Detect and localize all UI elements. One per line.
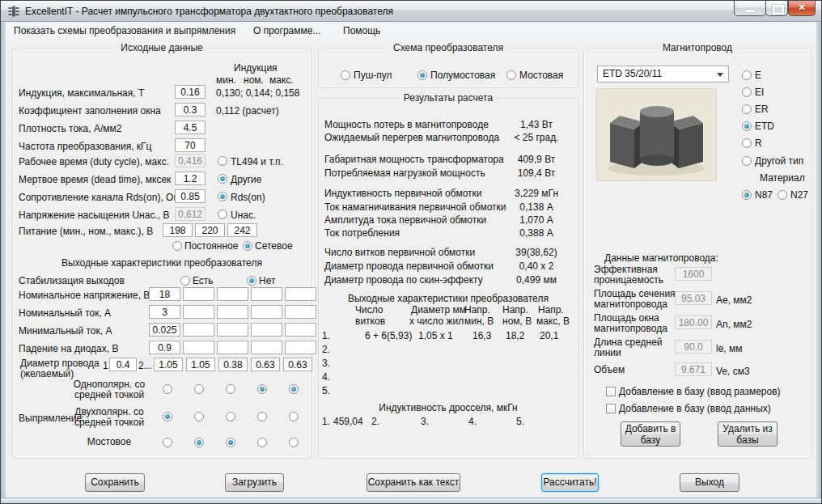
maximize-button[interactable] (765, 1, 788, 16)
diode-drop-field-2[interactable] (183, 341, 214, 354)
rect-unipolar-radio-1[interactable] (163, 384, 172, 394)
core-type-other-radio[interactable] (742, 156, 752, 166)
exit-button[interactable]: Выход (680, 473, 739, 492)
wire-diameter-field-1[interactable] (154, 358, 183, 371)
wire-diameter-field-0[interactable] (109, 358, 137, 371)
fill-factor-field[interactable] (175, 103, 206, 116)
rect-bridge-radio-3[interactable] (226, 438, 235, 447)
frequency-field[interactable] (175, 138, 206, 152)
rect-bridge-radio-4[interactable] (257, 438, 267, 447)
unas-radio[interactable] (218, 210, 227, 219)
nominal-voltage-field-5[interactable] (285, 287, 316, 301)
material-n87-label[interactable]: N87 (755, 189, 773, 201)
core-type-ei-label[interactable]: EI (755, 87, 764, 98)
calculate-button[interactable]: Рассчитать! (541, 473, 599, 492)
close-button[interactable]: ✕ (788, 1, 816, 16)
core-type-e-radio[interactable] (742, 70, 752, 80)
stab-yes-radio-label[interactable]: Есть (193, 275, 214, 286)
minimal-current-field-4[interactable] (251, 323, 282, 337)
tl494-radio[interactable] (218, 156, 227, 166)
half-bridge-radio[interactable] (417, 70, 427, 80)
menu-about[interactable]: О программе... (253, 25, 320, 36)
stab-yes-radio[interactable] (180, 276, 190, 286)
rect-bipolar-radio-4[interactable] (257, 412, 267, 421)
add-sizes-checkbox[interactable] (606, 387, 616, 396)
core-type-ei-radio[interactable] (742, 87, 752, 97)
core-type-r-label[interactable]: R (755, 138, 762, 149)
menu-help[interactable]: Помощь (343, 25, 380, 36)
rds-on-field[interactable] (175, 189, 206, 203)
other-drivers-radio-label[interactable]: Другие (231, 174, 261, 185)
diode-drop-field-3[interactable] (217, 341, 248, 354)
wire-diameter-field-3[interactable] (218, 358, 248, 371)
current-density-field[interactable] (175, 121, 206, 134)
nominal-current-field-4[interactable] (251, 305, 282, 319)
bridge-radio[interactable] (506, 70, 516, 80)
push-pull-radio[interactable] (341, 70, 350, 80)
save-as-text-button[interactable]: Сохранить как текст (367, 473, 460, 492)
rect-unipolar-radio-3[interactable] (226, 384, 235, 394)
nominal-voltage-field-4[interactable] (251, 287, 282, 301)
half-bridge-radio-label[interactable]: Полумостовая (430, 70, 495, 81)
nominal-voltage-field-2[interactable] (183, 287, 214, 301)
rds-on-radio[interactable] (218, 192, 227, 201)
core-type-etd-radio[interactable] (742, 121, 752, 131)
stab-no-radio-label[interactable]: Нет (259, 275, 275, 286)
rect-bridge-radio-5[interactable] (289, 438, 299, 447)
core-type-er-radio[interactable] (742, 104, 752, 114)
diode-drop-field-4[interactable] (251, 341, 282, 354)
save-button[interactable]: Сохранить (85, 473, 145, 492)
rect-bipolar-radio-3[interactable] (226, 412, 235, 421)
add-data-checkbox[interactable] (606, 404, 616, 413)
delete-from-db-button[interactable]: Удалить из базы (718, 421, 778, 447)
supply-max-field[interactable] (227, 223, 257, 237)
minimal-current-field-3[interactable] (217, 323, 248, 337)
supply-min-field[interactable] (163, 223, 193, 237)
dc-supply-radio[interactable] (172, 241, 182, 251)
core-select[interactable]: ETD 35/20/11 (597, 66, 729, 83)
minimal-current-field-1[interactable] (149, 323, 180, 337)
rds-on-radio-label[interactable]: Rds(on) (231, 192, 265, 203)
dead-time-field[interactable] (175, 172, 206, 185)
rect-bipolar-radio-2[interactable] (194, 412, 204, 421)
nominal-current-field-3[interactable] (217, 305, 248, 319)
core-type-other-label[interactable]: Другой тип (755, 155, 803, 167)
core-type-etd-label[interactable]: ETD (755, 121, 774, 132)
rect-unipolar-radio-5[interactable] (289, 384, 299, 394)
add-data-checkbox-label[interactable]: Добавление в базу (ввод данных) (619, 403, 771, 414)
nominal-current-field-2[interactable] (183, 305, 214, 319)
nominal-current-field-5[interactable] (285, 305, 316, 319)
core-type-r-radio[interactable] (742, 138, 752, 148)
rect-bipolar-radio-1[interactable] (163, 412, 172, 421)
minimal-current-field-5[interactable] (285, 323, 316, 337)
add-sizes-checkbox-label[interactable]: Добавление в базу (ввод размеров) (619, 386, 781, 397)
core-type-e-label[interactable]: E (755, 70, 761, 81)
add-to-db-button[interactable]: Добавить в базу (621, 421, 680, 447)
core-type-er-label[interactable]: ER (755, 104, 769, 115)
minimize-button[interactable] (734, 1, 766, 16)
diode-drop-field-5[interactable] (285, 341, 316, 354)
material-n87-radio[interactable] (742, 190, 752, 200)
rect-bipolar-radio-5[interactable] (289, 412, 299, 421)
material-n27-label[interactable]: N27 (790, 189, 808, 201)
ac-supply-radio-label[interactable]: Сетевое (255, 240, 293, 252)
minimal-current-field-2[interactable] (183, 323, 214, 337)
material-n27-radio[interactable] (778, 190, 787, 200)
wire-diameter-field-4[interactable] (251, 358, 280, 371)
wire-diameter-field-5[interactable] (283, 358, 312, 371)
nominal-voltage-field-1[interactable] (149, 287, 180, 301)
nominal-voltage-field-3[interactable] (217, 287, 248, 301)
ac-supply-radio[interactable] (243, 241, 252, 251)
supply-nom-field[interactable] (195, 223, 225, 237)
diode-drop-field-1[interactable] (149, 341, 180, 354)
wire-diameter-field-2[interactable] (186, 358, 215, 371)
rect-unipolar-radio-2[interactable] (194, 384, 204, 394)
rect-bridge-radio-1[interactable] (163, 438, 172, 447)
tl494-radio-label[interactable]: TL494 и т.п. (231, 156, 283, 167)
stab-no-radio[interactable] (247, 276, 256, 286)
rect-unipolar-radio-4[interactable] (257, 384, 267, 394)
rect-bridge-radio-2[interactable] (194, 438, 204, 447)
load-button[interactable]: Загрузить (225, 473, 284, 492)
bridge-radio-label[interactable]: Мостовая (519, 70, 563, 81)
dc-supply-radio-label[interactable]: Постоянное (184, 240, 238, 252)
